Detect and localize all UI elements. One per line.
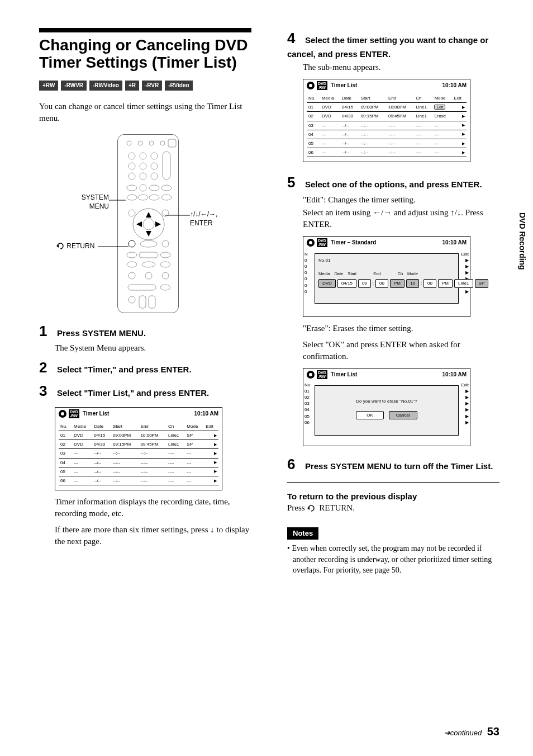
table-row: 01DVD04/1509:00PM10:00PMLine1SP▶ [59, 431, 218, 440]
step-title: Select the timer setting you want to cha… [287, 35, 488, 59]
disc-badges: +RW -RWVR -RWVideo +R -RVR -RVideo [39, 81, 251, 91]
dvd-rw-label: DVD-RW [69, 409, 79, 418]
remote-svg [118, 135, 179, 314]
svg-point-1 [138, 141, 142, 145]
note-text: • Even when correctly set, the program m… [287, 543, 499, 576]
end-m-field[interactable]: 00 [423, 279, 436, 287]
timer-table: No.MediaDateStartEndChModeEdit 01DVD04/1… [307, 94, 467, 157]
mode-field[interactable]: SP [475, 279, 489, 287]
clock: 10:10 AM [442, 239, 467, 247]
clock: 10:10 AM [442, 371, 467, 379]
panel-title: Timer – Standard [331, 239, 377, 247]
svg-point-2 [149, 141, 154, 145]
table-row: 05-----/----:----:---------▶ [307, 139, 467, 148]
svg-point-33 [127, 262, 137, 267]
clock: 10:10 AM [194, 410, 218, 418]
callout-line [109, 197, 126, 203]
panel-title: Timer List [331, 82, 358, 89]
svg-rect-42 [139, 296, 146, 308]
step-3: 3 Select "Timer List," and press ENTER. [39, 381, 251, 401]
svg-point-6 [140, 153, 146, 159]
svg-point-11 [129, 173, 135, 179]
ok-button[interactable]: OK [356, 411, 384, 419]
svg-point-34 [142, 262, 155, 267]
dvd-rw-label: DVD-RW [317, 81, 327, 90]
badge-minus-rwvr: -RWVR [61, 81, 87, 91]
svg-point-37 [145, 272, 152, 279]
erase-desc-a: "Erase": Erases the timer setting. [303, 323, 499, 334]
svg-marker-46 [136, 221, 142, 227]
start-h-field[interactable]: 09 [358, 279, 371, 287]
edit-chip[interactable]: Edit [434, 105, 445, 110]
step-number: 4 [287, 28, 303, 48]
step-desc: Select an item using ←/→ and adjust usin… [303, 207, 499, 230]
start-m-field[interactable]: 00 [375, 279, 388, 287]
confirm-overlay: Do you want to erase "No.01"? OK Cancel [315, 385, 459, 436]
date-field[interactable]: 04/15 [337, 279, 356, 287]
side-tab: DVD Recording [516, 212, 527, 270]
clock: 10:10 AM [442, 82, 467, 89]
svg-point-20 [138, 195, 148, 200]
heading-rule [39, 28, 251, 32]
disc-icon [307, 371, 315, 379]
ch-field[interactable]: Line1 [454, 279, 473, 287]
svg-point-35 [160, 262, 170, 267]
svg-point-12 [140, 173, 146, 179]
intro-text: You can change or cancel timer settings … [39, 101, 251, 124]
step-number: 6 [287, 454, 303, 474]
media-field[interactable]: DVD [318, 279, 336, 287]
badge-minus-rvideo: -RVideo [165, 81, 192, 91]
timer-table: No.MediaDateStartEndChModeEdit 01DVD04/1… [59, 422, 218, 485]
svg-point-25 [129, 210, 135, 216]
svg-marker-44 [146, 212, 151, 218]
svg-point-15 [127, 185, 137, 191]
svg-point-30 [127, 252, 137, 258]
notes-label: Notes [287, 527, 318, 540]
step-number: 2 [39, 357, 55, 377]
svg-point-16 [140, 185, 146, 191]
svg-point-21 [149, 195, 159, 200]
disc-icon [59, 410, 66, 418]
svg-rect-14 [163, 152, 170, 179]
badge-plus-r: +R [125, 81, 139, 91]
panel-title: Timer List [83, 410, 110, 418]
table-row: 02DVD04/3009:15PM09:45PMLine1Erase▶ [307, 112, 467, 121]
svg-point-41 [129, 296, 135, 303]
erase-desc-b: Select "OK" and press ENTER when asked f… [303, 339, 499, 362]
timer-list-panel-submenu: DVD-RW Timer List 10:10 AM No.MediaDateS… [303, 79, 470, 162]
confirm-msg: Do you want to erase "No.01"? [318, 398, 455, 404]
label-system-menu: SYSTEM MENU [56, 193, 109, 212]
erase-label[interactable]: Erase [434, 114, 446, 119]
svg-point-40 [160, 285, 170, 290]
step-title: Select "Timer," and press ENTER. [57, 365, 192, 374]
table-row: 03-----/----:----:---------▶ [307, 121, 467, 130]
return-icon [307, 505, 317, 512]
step-1: 1 Press SYSTEM MENU. The System Menu app… [39, 321, 251, 354]
cancel-button[interactable]: Cancel [389, 411, 417, 419]
svg-rect-43 [149, 296, 155, 308]
return-heading: To return to the previous display [287, 490, 499, 502]
step-desc: The sub-menu appears. [303, 62, 499, 73]
table-row: 03-----/----:----:---------▶ [59, 449, 218, 458]
separator [287, 482, 499, 483]
svg-point-7 [151, 153, 158, 159]
callout-line [165, 214, 190, 217]
table-row: 04-----/----:----:---------▶ [59, 458, 218, 467]
dvd-rw-label: DVD-RW [317, 238, 327, 247]
svg-point-32 [160, 252, 170, 258]
table-row: 04-----/----:----:---------▶ [307, 130, 467, 139]
svg-point-38 [162, 272, 169, 279]
label-enter: ↑/↓/←/→, ENTER [190, 210, 217, 229]
svg-point-24 [143, 219, 154, 230]
step-2: 2 Select "Timer," and press ENTER. [39, 357, 251, 377]
svg-marker-45 [146, 231, 151, 237]
step-desc: "Edit": Changes the timer setting. [303, 194, 499, 206]
step-4: 4 Select the timer setting you want to c… [287, 28, 499, 73]
overlay-no: No.01 [318, 257, 455, 263]
table-row: 06-----/----:----:---------▶ [307, 148, 467, 157]
step-title: Select "Timer List," and press ENTER. [57, 388, 209, 398]
return-text: Press RETURN. [287, 502, 499, 514]
svg-point-27 [129, 240, 135, 247]
end-h-field[interactable]: 10 [406, 279, 419, 287]
table-row: 05-----/----:----:---------▶ [59, 467, 218, 476]
